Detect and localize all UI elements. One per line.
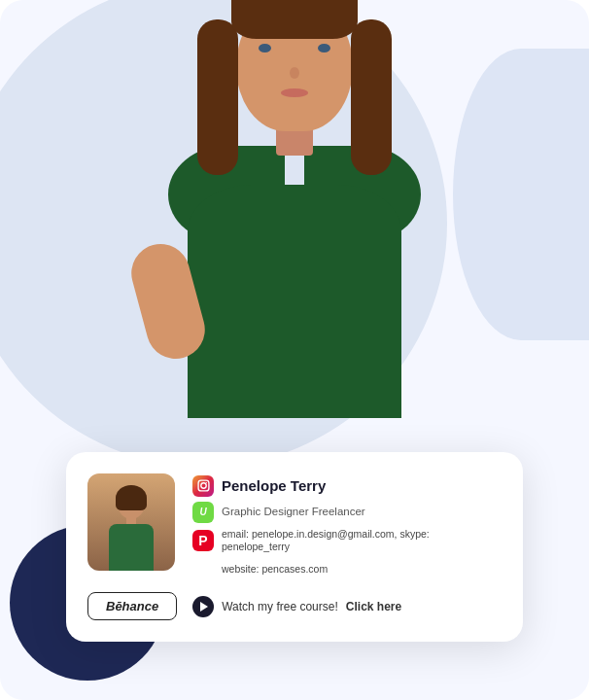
hair-left [197,19,238,175]
person-title: Graphic Designer Freelancer [222,505,365,519]
scene: Penelope Terry U Graphic Designer Freela… [0,0,589,700]
profile-card: Penelope Terry U Graphic Designer Freela… [66,452,523,642]
hair-right [351,19,392,175]
behance-label: Bēhance [106,599,158,613]
course-row: Watch my free course! Click here [192,596,401,617]
svg-rect-0 [198,480,209,491]
name-row: Penelope Terry [192,475,500,497]
play-button[interactable] [192,596,214,617]
website-row: website: pencases.com [222,559,500,577]
avatar-background [87,473,175,571]
avatar-figure [102,483,160,571]
body-main [188,185,401,418]
card-bottom-section: Bēhance Watch my free course! Click here [87,592,500,620]
eye-left [259,44,271,52]
instagram-icon[interactable] [192,475,214,497]
avatar-hair [116,485,147,510]
avatar-body [109,524,154,571]
website-line: website: pencases.com [222,563,328,575]
card-top-section: Penelope Terry U Graphic Designer Freela… [87,473,500,577]
card-contact-info: Penelope Terry U Graphic Designer Freela… [192,473,500,577]
click-here-link[interactable]: Click here [346,600,401,613]
hair-top [231,0,358,39]
course-text: Watch my free course! [222,600,338,613]
nose [290,67,299,79]
eyes-container [259,44,330,52]
svg-point-1 [200,483,205,488]
person-name: Penelope Terry [222,477,326,495]
upwork-icon[interactable]: U [192,502,214,523]
play-triangle-icon [200,602,208,612]
title-row: U Graphic Designer Freelancer [192,502,500,523]
email-skype-line: email: penelope.in.design@gmail.com, sky… [222,528,500,554]
person-figure [120,10,469,418]
person-photo-area [0,0,589,418]
email-row: P email: penelope.in.design@gmail.com, s… [192,528,500,554]
pinterest-icon[interactable]: P [192,530,214,551]
card-avatar [87,473,175,571]
eye-right [318,44,330,52]
lips [281,88,308,97]
svg-point-2 [205,482,206,483]
behance-button[interactable]: Bēhance [87,592,177,620]
